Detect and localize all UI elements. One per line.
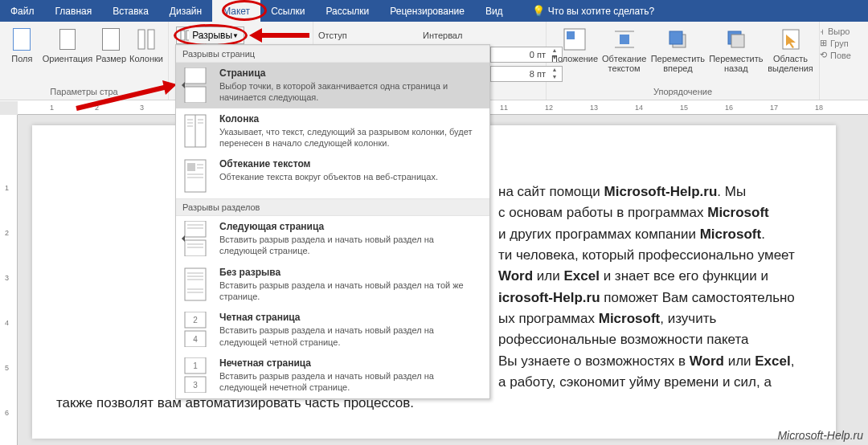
dd-item-page[interactable]: Страница Выбор точки, в которой заканчив… xyxy=(176,63,489,108)
bring-forward-button[interactable]: Переместить вперед xyxy=(650,27,705,73)
svg-rect-12 xyxy=(181,31,185,40)
dd-column-desc: Указывает, что текст, следующий за разры… xyxy=(219,126,483,149)
tab-mailings[interactable]: Рассылки xyxy=(315,0,379,22)
tab-review[interactable]: Рецензирование xyxy=(379,0,475,22)
dd-item-textwrap[interactable]: Обтекание текстом Обтекание текста вокру… xyxy=(176,153,489,198)
tab-home[interactable]: Главная xyxy=(45,0,103,22)
orientation-button[interactable]: Ориентация xyxy=(43,27,92,63)
back-icon xyxy=(723,27,749,52)
page-break-icon xyxy=(179,67,211,103)
page-setup-group-label: Параметры стра xyxy=(5,87,163,100)
dd-item-even[interactable]: 24 Четная страница Вставить разрыв разде… xyxy=(176,307,489,353)
tell-me-label: Что вы хотите сделать? xyxy=(548,6,655,17)
spacing-after-val: 8 пт xyxy=(530,69,546,79)
odd-break-icon: 13 xyxy=(179,357,211,393)
orientation-label: Ориентация xyxy=(43,54,92,63)
back-label: Переместить назад xyxy=(709,54,764,73)
size-button[interactable]: Размер xyxy=(96,27,126,63)
forward-icon xyxy=(665,27,690,52)
dd-odd-title: Нечетная страница xyxy=(219,357,483,369)
even-break-icon: 24 xyxy=(179,312,211,347)
svg-rect-8 xyxy=(669,31,682,44)
nextpage-break-icon xyxy=(179,221,211,256)
spacing-label: Интервал xyxy=(423,31,462,40)
dd-continuous-desc: Вставить разрыв раздела и начать новый р… xyxy=(219,280,483,303)
svg-text:3: 3 xyxy=(193,381,198,390)
arrange-group-label: Упорядочение xyxy=(551,87,814,100)
dd-textwrap-title: Обтекание текстом xyxy=(219,158,438,169)
send-back-button[interactable]: Переместить назад xyxy=(709,27,764,73)
svg-marker-36 xyxy=(182,235,185,242)
breaks-icon xyxy=(180,30,189,41)
tab-design[interactable]: Дизайн xyxy=(159,0,212,22)
breaks-dropdown: Разрывы страниц Страница Выбор точки, в … xyxy=(175,44,490,399)
svg-rect-31 xyxy=(185,240,206,256)
textwrap-break-icon xyxy=(179,158,211,194)
margins-icon xyxy=(9,27,35,52)
dd-page-title: Страница xyxy=(219,67,483,79)
wrap-button[interactable]: Обтекание текстом xyxy=(601,27,647,73)
dd-page-desc: Выбор точки, в которой заканчивается одн… xyxy=(219,80,483,104)
dd-item-odd[interactable]: 13 Нечетная страница Вставить разрыв раз… xyxy=(176,353,489,398)
svg-rect-0 xyxy=(138,30,145,49)
margins-button[interactable]: Поля xyxy=(5,27,39,63)
tab-strip: Файл Главная Вставка Дизайн Макет Ссылки… xyxy=(0,0,868,22)
watermark: Microsoft-Help.ru xyxy=(777,429,863,442)
size-label: Размер xyxy=(96,54,126,63)
svg-text:2: 2 xyxy=(193,316,198,325)
arrange-extras: ⫞Выро ⊞Груп ⟲Пове xyxy=(820,22,857,100)
columns-icon xyxy=(133,27,159,52)
tab-insert[interactable]: Вставка xyxy=(102,0,159,22)
svg-text:1: 1 xyxy=(193,361,198,370)
selpane-label: Область выделения xyxy=(767,54,814,73)
size-icon xyxy=(98,27,124,52)
position-button[interactable]: Положение xyxy=(551,27,598,63)
svg-rect-1 xyxy=(148,30,154,49)
columns-button[interactable]: Колонки xyxy=(129,27,163,63)
chevron-down-icon: ▼ xyxy=(232,32,239,39)
svg-text:4: 4 xyxy=(193,335,198,344)
dd-column-title: Колонка xyxy=(219,113,483,125)
svg-rect-25 xyxy=(187,163,195,171)
tab-view[interactable]: Вид xyxy=(475,0,514,22)
dd-header-section-breaks: Разрывы разделов xyxy=(176,198,489,216)
orientation-icon xyxy=(55,27,80,52)
spacing-before-val: 0 пт xyxy=(530,50,546,59)
dd-odd-desc: Вставить разрыв раздела и начать новый р… xyxy=(219,370,483,394)
dd-item-column[interactable]: Колонка Указывает, что текст, следующий … xyxy=(176,108,489,154)
breaks-label: Разрывы xyxy=(192,30,232,41)
tab-layout[interactable]: Макет xyxy=(212,0,260,22)
dd-even-title: Четная страница xyxy=(219,312,483,323)
tab-references[interactable]: Ссылки xyxy=(260,0,315,22)
svg-marker-16 xyxy=(182,82,185,88)
dd-item-continuous[interactable]: Без разрыва Вставить разрыв раздела и на… xyxy=(176,262,489,308)
svg-rect-3 xyxy=(567,31,575,39)
tab-file[interactable]: Файл xyxy=(0,0,45,22)
rotate-button[interactable]: ⟲Пове xyxy=(820,50,857,60)
columns-label: Колонки xyxy=(129,54,163,63)
dd-continuous-title: Без разрыва xyxy=(219,267,483,278)
svg-rect-4 xyxy=(620,35,629,44)
dd-even-desc: Вставить разрыв раздела и начать новый р… xyxy=(219,325,483,348)
dd-nextpage-title: Следующая страница xyxy=(219,221,483,232)
align-button[interactable]: ⫞Выро xyxy=(820,27,857,36)
vertical-ruler: 1234567 xyxy=(0,115,18,445)
selpane-icon xyxy=(778,27,804,52)
svg-rect-15 xyxy=(185,87,206,103)
svg-rect-10 xyxy=(731,35,744,47)
tell-me[interactable]: 💡 Что вы хотите сделать? xyxy=(522,0,665,22)
dd-textwrap-desc: Обтекание текста вокруг объектов на веб-… xyxy=(219,171,438,182)
dd-header-page-breaks: Разрывы страниц xyxy=(176,45,489,63)
dd-nextpage-desc: Вставить разрыв раздела и начать новый р… xyxy=(219,234,483,257)
selection-pane-button[interactable]: Область выделения xyxy=(767,27,814,73)
column-break-icon xyxy=(179,113,211,149)
continuous-break-icon xyxy=(179,267,211,302)
svg-rect-30 xyxy=(185,221,206,237)
svg-rect-14 xyxy=(185,67,206,84)
wrap-icon xyxy=(612,27,637,52)
group-button[interactable]: ⊞Груп xyxy=(820,38,857,48)
dd-item-nextpage[interactable]: Следующая страница Вставить разрыв разде… xyxy=(176,216,489,262)
breaks-button[interactable]: Разрывы ▼ xyxy=(176,27,244,44)
wrap-label: Обтекание текстом xyxy=(601,54,647,73)
position-label: Положение xyxy=(551,54,598,63)
